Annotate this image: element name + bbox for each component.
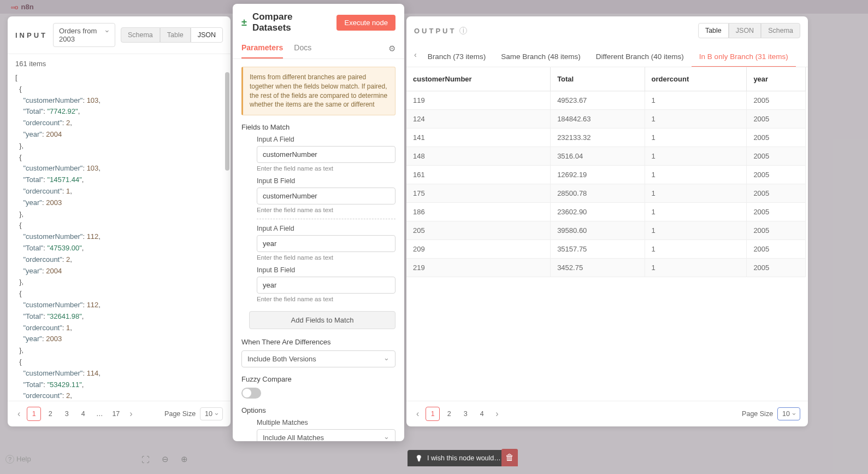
page-button[interactable]: 17 [109,407,123,421]
output-pagination: ‹ 1234 › Page Size 10 [406,401,808,426]
page-size-value: 10 [782,410,790,418]
field-group: Input A Field Enter the field name as te… [241,136,395,172]
input-b-field-2[interactable] [257,277,395,294]
info-callout: Items from different branches are paired… [241,67,395,115]
output-header: OUTPUT i Table JSON Schema [406,16,808,45]
input-a-field-2[interactable] [257,235,395,252]
execute-node-button[interactable]: Execute node [336,15,395,31]
branch-prev-icon[interactable]: ‹ [414,50,420,65]
table-header[interactable]: Total [551,67,645,91]
table-row[interactable]: 1483516.0412005 [406,147,806,166]
fit-view-icon[interactable]: ⛶ [139,453,152,466]
table-row[interactable]: 16112692.1912005 [406,166,806,184]
table-cell: 2005 [747,147,806,166]
table-cell: 1 [645,184,747,203]
table-cell: 49523.67 [551,91,645,110]
page-button[interactable]: … [92,407,107,421]
table-cell: 1 [645,166,747,184]
table-cell: 1 [645,128,747,147]
feedback-bar[interactable]: I wish this node would… [408,450,512,466]
table-cell: 2005 [747,221,806,240]
input-title: INPUT [15,31,48,39]
table-cell: 1 [645,221,747,240]
table-row[interactable]: 141232133.3212005 [406,128,806,147]
table-cell: 119 [406,91,551,110]
table-cell: 148 [406,147,551,166]
input-source-select[interactable]: Orders from 2003 [53,23,115,47]
table-cell: 1 [645,91,747,110]
page-button[interactable]: 3 [60,407,74,421]
page-next-icon[interactable]: › [493,409,500,419]
branch-tab[interactable]: In B only Branch (31 items) [692,48,796,67]
page-size-select[interactable]: 10 [200,407,223,420]
input-pagination: ‹ 1234…17 › Page Size 10 [8,401,231,426]
page-button[interactable]: 2 [43,407,57,421]
branch-tabs: ‹ Branch (73 items)Same Branch (48 items… [406,45,808,67]
table-cell: 1 [645,110,747,128]
help-label: Help [16,455,31,463]
add-fields-button[interactable]: Add Fields to Match [249,311,395,329]
input-b-field[interactable] [257,188,395,204]
table-row[interactable]: 11949523.6712005 [406,91,806,110]
table-cell: 141 [406,128,551,147]
scrollbar-thumb[interactable] [225,72,229,171]
page-button[interactable]: 4 [475,407,489,421]
multiple-matches-select[interactable]: Include All Matches [257,429,395,441]
table-row[interactable]: 20935157.7512005 [406,240,806,259]
differences-label: When There Are Differences [241,338,395,346]
table-cell: 161 [406,166,551,184]
page-button[interactable]: 1 [27,407,41,421]
differences-select[interactable]: Include Both Versions [241,350,395,367]
table-cell: 2005 [747,259,806,277]
tab-parameters[interactable]: Parameters [241,39,283,58]
gear-icon[interactable]: ⚙ [388,44,395,54]
table-row[interactable]: 18623602.9012005 [406,203,806,221]
table-row[interactable]: 20539580.6012005 [406,221,806,240]
table-row[interactable]: 124184842.6312005 [406,110,806,128]
page-prev-icon[interactable]: ‹ [15,409,22,419]
input-json-view[interactable]: [ { "customerNumber": 103, "Total": "774… [8,70,231,401]
tab-docs[interactable]: Docs [294,39,311,58]
input-a-field[interactable] [257,146,395,163]
tab-table[interactable]: Table [160,27,191,43]
page-button[interactable]: 4 [76,407,90,421]
branch-tab[interactable]: Branch (73 items) [420,48,494,67]
help-button[interactable]: Help [5,455,31,464]
tab-schema[interactable]: Schema [121,27,160,43]
node-tabs: Parameters Docs ⚙ [233,39,404,59]
canvas-controls: Help ⛶ ⊖ ⊕ [5,452,190,466]
page-button[interactable]: 2 [442,407,456,421]
branch-tab[interactable]: Different Branch (40 items) [588,48,692,67]
tab-json[interactable]: JSON [729,23,761,38]
tab-table[interactable]: Table [698,23,729,38]
options-label: Options [241,406,395,414]
page-size-select[interactable]: 10 [777,407,800,420]
table-row[interactable]: 17528500.7812005 [406,184,806,203]
page-button[interactable]: 1 [426,407,440,421]
zoom-out-icon[interactable]: ⊖ [160,452,171,466]
output-title: OUTPUT [414,27,456,35]
page-button[interactable]: 3 [458,407,473,421]
node-body: Items from different branches are paired… [233,59,404,441]
field-group: Input B Field Enter the field name as te… [241,177,395,213]
branch-tab[interactable]: Same Branch (48 items) [493,48,588,67]
table-cell: 186 [406,203,551,221]
table-cell: 2005 [747,203,806,221]
table-header[interactable]: customerNumber [406,67,551,91]
table-header[interactable]: year [747,67,806,91]
fuzzy-compare-toggle[interactable] [241,388,261,399]
table-cell: 1 [645,147,747,166]
tab-schema[interactable]: Schema [761,23,800,38]
page-next-icon[interactable]: › [127,409,134,419]
table-row[interactable]: 2193452.7512005 [406,259,806,277]
fields-to-match-label: Fields to Match [241,123,395,131]
tab-json[interactable]: JSON [191,27,223,43]
info-icon[interactable]: i [459,27,467,34]
output-table-wrap[interactable]: customerNumberTotalordercountyear1194952… [406,67,808,401]
table-cell: 184842.63 [551,110,645,128]
table-cell: 219 [406,259,551,277]
zoom-in-icon[interactable]: ⊕ [179,452,190,466]
table-header[interactable]: ordercount [645,67,747,91]
trash-button[interactable]: 🗑 [501,449,518,466]
page-prev-icon[interactable]: ‹ [414,409,421,419]
